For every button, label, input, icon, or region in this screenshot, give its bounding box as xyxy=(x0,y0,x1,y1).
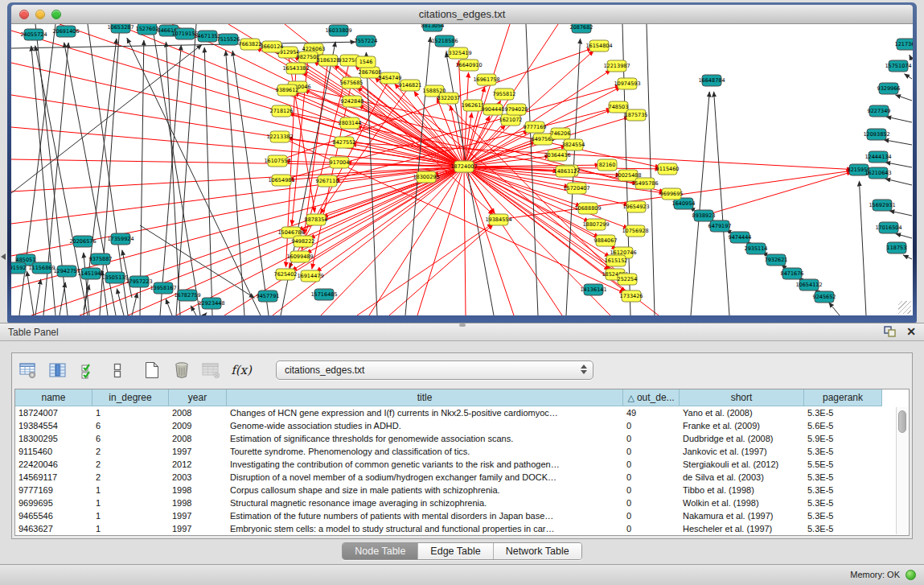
network-edge[interactable] xyxy=(166,299,172,315)
network-edge[interactable] xyxy=(714,92,729,315)
network-edge[interactable] xyxy=(226,51,244,315)
network-node[interactable]: 82160 xyxy=(598,159,617,171)
tab-network-table[interactable]: Network Table xyxy=(494,543,581,559)
network-node[interactable]: 10688809 xyxy=(574,203,601,214)
network-node[interactable]: 9242848 xyxy=(341,96,364,107)
network-edge[interactable] xyxy=(191,306,196,315)
network-node[interactable]: 16107552 xyxy=(264,155,290,167)
table-row[interactable]: 977716911998Corpus callosum shape and si… xyxy=(15,484,909,496)
network-edge[interactable] xyxy=(910,55,912,60)
table-row[interactable]: 1456911722003Disruption of a novel membe… xyxy=(15,471,909,484)
network-node[interactable]: 3824554 xyxy=(562,139,585,150)
network-node[interactable]: 9498222 xyxy=(292,236,315,247)
network-node[interactable]: 15218586 xyxy=(431,35,458,47)
table-row[interactable]: 1938455462009Genome-wide association stu… xyxy=(15,419,909,432)
network-node[interactable]: 7932621 xyxy=(765,254,788,266)
table-scrollbar[interactable] xyxy=(896,407,908,534)
network-node[interactable]: 15692931 xyxy=(869,200,895,211)
table-row[interactable]: 2242004622012Investigating the contribut… xyxy=(15,458,909,471)
network-node[interactable]: 9457791 xyxy=(257,290,280,302)
network-edge[interactable] xyxy=(905,74,912,79)
network-node[interactable]: 391592 xyxy=(11,262,26,274)
network-node[interactable]: 9245652 xyxy=(813,291,836,303)
row-height-button[interactable] xyxy=(108,361,127,379)
table-settings-button[interactable] xyxy=(18,361,38,379)
network-edge[interactable] xyxy=(232,51,269,315)
network-node[interactable]: 9904448 xyxy=(482,104,505,115)
network-node[interactable]: 13958167 xyxy=(150,282,176,294)
scrollbar-thumb[interactable] xyxy=(898,410,906,433)
network-node[interactable]: 18807299 xyxy=(582,219,609,230)
network-node[interactable]: 7557224 xyxy=(355,35,378,47)
network-node[interactable]: 9389612 xyxy=(276,84,299,96)
network-edge[interactable] xyxy=(884,140,912,145)
network-edge[interactable] xyxy=(11,167,464,192)
network-node[interactable]: 16033809 xyxy=(325,25,351,36)
network-node[interactable]: 8427552 xyxy=(333,137,356,148)
network-node[interactable]: 20206576 xyxy=(69,236,96,247)
network-node[interactable]: 15720407 xyxy=(563,183,589,194)
delete-table-button[interactable] xyxy=(202,361,221,379)
table-row[interactable]: 946362711997Embryonic stem cells: a mode… xyxy=(15,522,909,535)
network-node[interactable]: 16914479 xyxy=(297,270,323,282)
float-panel-icon[interactable] xyxy=(884,326,897,337)
network-node[interactable]: 16543382 xyxy=(282,63,309,74)
network-node[interactable]: 20364436 xyxy=(544,150,570,161)
tab-edge-table[interactable]: Edge Table xyxy=(418,543,493,559)
network-node[interactable]: 1486312 xyxy=(554,166,577,177)
network-node[interactable]: 1546 xyxy=(356,56,376,68)
network-node[interactable]: 9375887 xyxy=(89,253,113,265)
network-edge[interactable] xyxy=(859,181,866,315)
table-row[interactable]: 969969511998Structural magnetic resonanc… xyxy=(15,496,909,509)
resize-grip-icon[interactable] xyxy=(898,301,911,314)
network-node[interactable]: 7625402 xyxy=(274,269,298,280)
network-node[interactable]: 9884067 xyxy=(594,235,618,246)
network-edge[interactable] xyxy=(903,255,912,259)
network-edge[interactable] xyxy=(27,271,34,315)
network-node[interactable]: 11451947 xyxy=(77,268,104,279)
network-node[interactable]: 12213382 xyxy=(266,131,293,142)
network-edge[interactable] xyxy=(896,233,912,238)
network-node[interactable]: 746206 xyxy=(551,128,571,139)
network-node[interactable]: 2087682 xyxy=(570,24,593,33)
network-node[interactable]: 9267110 xyxy=(316,175,339,187)
delete-rows-trash-button[interactable] xyxy=(172,361,191,379)
network-node[interactable]: 20691406 xyxy=(52,26,79,37)
network-edge[interactable] xyxy=(127,38,261,315)
network-node[interactable]: 10653287 xyxy=(107,24,133,33)
network-edge[interactable] xyxy=(31,167,464,315)
network-node[interactable]: 16782759 xyxy=(174,290,200,301)
network-node[interactable]: 13325419 xyxy=(445,47,471,59)
network-edge[interactable] xyxy=(204,313,207,315)
network-node[interactable]: 19654923 xyxy=(622,201,649,212)
network-edge[interactable] xyxy=(647,24,655,315)
network-node[interactable]: 8186328 xyxy=(317,55,340,66)
network-node[interactable]: 8878354 xyxy=(305,214,328,225)
network-node[interactable]: 12444134 xyxy=(864,151,891,163)
split-handle[interactable] xyxy=(459,323,466,327)
network-node[interactable]: 17359924 xyxy=(107,233,133,245)
network-node[interactable]: 7663822 xyxy=(239,39,262,50)
network-node[interactable]: 1875735 xyxy=(625,109,648,121)
network-node[interactable]: 917004 xyxy=(330,157,350,168)
collapse-panel-arrow-icon[interactable] xyxy=(1,253,6,260)
network-node[interactable]: 2935114 xyxy=(745,243,768,254)
column-header-out_de[interactable]: △out_de... xyxy=(623,389,680,406)
tab-node-table[interactable]: Node Table xyxy=(343,543,418,559)
network-node[interactable]: 16961758 xyxy=(473,74,499,85)
network-edge[interactable] xyxy=(889,211,912,216)
network-node[interactable]: 15716485 xyxy=(310,289,337,300)
network-edge[interactable] xyxy=(417,167,464,315)
network-edge[interactable] xyxy=(60,282,65,315)
network-node[interactable]: 12923448 xyxy=(198,298,224,309)
network-edge[interactable] xyxy=(357,224,493,315)
network-node[interactable]: 16154804 xyxy=(585,40,612,51)
network-node[interactable]: 15495786 xyxy=(631,178,658,189)
row-select-checks-button[interactable] xyxy=(78,361,97,379)
network-node[interactable]: 17016504 xyxy=(875,222,901,233)
network-view[interactable]: 2405572420691406106532871527602846616010… xyxy=(11,24,913,315)
network-edge[interactable] xyxy=(458,60,464,167)
network-node[interactable]: 24055724 xyxy=(20,29,47,40)
network-edge[interactable] xyxy=(886,117,912,122)
network-node[interactable]: 118753 xyxy=(887,242,907,253)
